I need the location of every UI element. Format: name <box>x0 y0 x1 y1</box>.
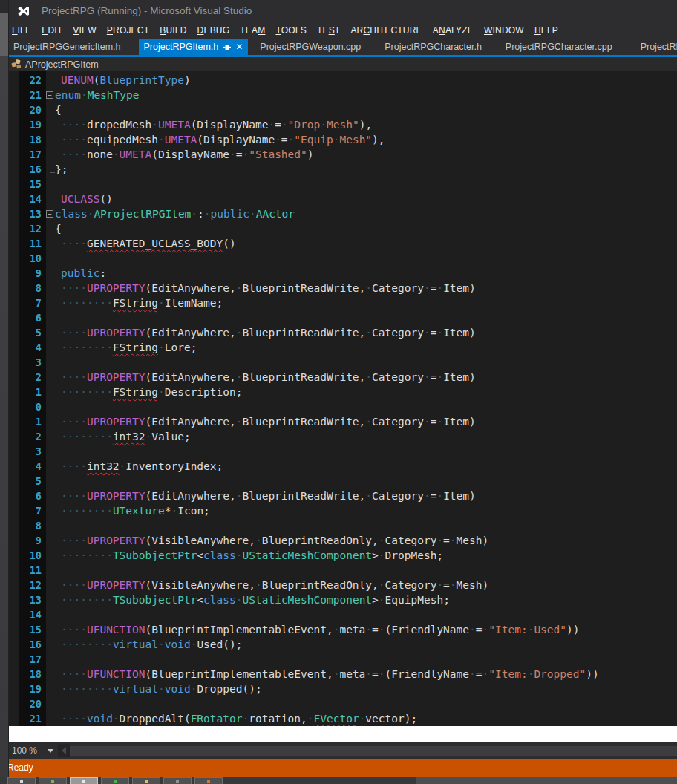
code-line[interactable]: 6····UPROPERTY(EditAnywhere,·BlueprintRe… <box>9 489 677 503</box>
menu-item-file[interactable]: FILE <box>7 25 36 36</box>
tab-projectrpggenericitem.h[interactable]: ProjectRPGGenericItem.h <box>9 39 136 55</box>
code-line[interactable]: 11 <box>9 563 677 578</box>
taskbar-button[interactable] <box>7 777 36 784</box>
code-line[interactable]: 19········virtual·void·Dropped(); <box>9 682 677 696</box>
breadcrumb-scope[interactable]: AProjectRPGItem <box>25 59 99 70</box>
menu-item-team[interactable]: TEAM <box>235 25 270 36</box>
fold-margin <box>46 73 61 88</box>
menu-item-build[interactable]: BUILD <box>154 25 192 36</box>
code-line[interactable]: 9public: <box>9 266 677 281</box>
code-line[interactable]: 9····UPROPERTY(VisibleAnywhere,·Blueprin… <box>9 533 677 548</box>
fold-collapse-box[interactable]: − <box>46 206 55 221</box>
horizontal-scroll-left-arrow[interactable] <box>58 744 70 757</box>
code-line[interactable]: 4········FString·Lore; <box>9 340 677 355</box>
code-line[interactable]: 5····UPROPERTY(EditAnywhere,·BlueprintRe… <box>9 325 677 340</box>
tab-projectrpgcharacter.h[interactable]: ProjectRPGCharacter.h <box>373 39 494 55</box>
code-line[interactable]: 11····GENERATED_UCLASS_BODY() <box>9 236 677 251</box>
code-line[interactable]: 7········FString·ItemName; <box>9 295 677 310</box>
taskbar-button[interactable] <box>132 777 160 784</box>
code-line[interactable]: 10········TSubobjectPtr<class·UStaticMes… <box>9 548 677 563</box>
code-line[interactable]: 2····UPROPERTY(EditAnywhere,·BlueprintRe… <box>9 370 677 385</box>
code-line[interactable]: 21····void·DroppedAlt(FRotator·rotation,… <box>9 711 677 726</box>
code-line[interactable]: 6 <box>9 310 677 325</box>
chevron-down-icon[interactable] <box>48 749 53 753</box>
line-number: 4 <box>19 459 46 474</box>
code-line[interactable]: 17 <box>9 652 677 667</box>
code-line[interactable]: 13−class·AProjectRPGItem·:·public·AActor <box>9 206 677 221</box>
code-line[interactable]: 14UCLASS() <box>9 192 677 206</box>
menu-item-edit[interactable]: EDIT <box>36 25 68 36</box>
menu-item-view[interactable]: VIEW <box>68 25 101 36</box>
fold-margin <box>46 518 61 533</box>
code-line[interactable]: 18····equipedMesh·UMETA(DisplayName·=·"E… <box>9 132 677 147</box>
code-line[interactable]: 5 <box>9 474 677 489</box>
windows-taskbar <box>0 777 677 784</box>
fold-margin <box>46 696 61 711</box>
code-editor[interactable]: 22UENUM(BlueprintType)21−enum·MeshType20… <box>9 71 677 726</box>
fold-margin <box>46 622 61 637</box>
code-line[interactable]: 1········FString·Description; <box>9 385 677 399</box>
code-line[interactable]: 16}; <box>9 162 677 177</box>
taskbar-button-icon <box>145 780 148 783</box>
code-line[interactable]: 22UENUM(BlueprintType) <box>9 73 677 88</box>
code-line[interactable]: 17····none·UMETA(DisplayName·=·"Stashed"… <box>9 147 677 162</box>
taskbar-button-icon <box>114 780 117 783</box>
code-line[interactable]: 7········UTexture*·Icon; <box>9 503 677 518</box>
pin-icon[interactable] <box>222 42 232 52</box>
menu-item-tools[interactable]: TOOLS <box>270 25 311 36</box>
code-line[interactable]: 19····dropedMesh·UMETA(DisplayName·=·"Dr… <box>9 117 677 132</box>
code-line[interactable]: 8 <box>9 518 677 533</box>
taskbar-button[interactable] <box>163 777 192 784</box>
code-line[interactable]: 1····UPROPERTY(EditAnywhere,·BlueprintRe… <box>9 414 677 429</box>
code-line[interactable]: 16········virtual·void·Used(); <box>9 637 677 652</box>
menu-item-analyze[interactable]: ANALYZE <box>428 25 479 36</box>
horizontal-scrollbar[interactable] <box>70 746 677 756</box>
code-line[interactable]: 13········TSubobjectPtr<class·UStaticMes… <box>9 592 677 607</box>
code-line[interactable]: 12····UPROPERTY(VisibleAnywhere,·Bluepri… <box>9 578 677 592</box>
code-text: ········virtual·void·Dropped(); <box>61 682 262 696</box>
code-line[interactable]: 4····int32·InventoryIndex; <box>9 459 677 474</box>
menu-item-test[interactable]: TEST <box>312 25 345 36</box>
code-line[interactable]: 12{ <box>9 221 677 236</box>
menu-item-project[interactable]: PROJECT <box>102 25 154 36</box>
zoom-level-dropdown[interactable]: 100 % <box>12 745 37 756</box>
tab-projectrpg[interactable]: ProjectRPG <box>629 39 677 55</box>
code-line[interactable]: 18····UFUNCTION(BlueprintImplementableEv… <box>9 667 677 682</box>
fold-margin <box>46 548 61 563</box>
code-line[interactable]: 3 <box>9 355 677 370</box>
taskbar-button[interactable] <box>101 777 129 784</box>
menu-item-window[interactable]: WINDOW <box>479 25 529 36</box>
tab-projectrpgcharacter.cpp[interactable]: ProjectRPGCharacter.cpp <box>494 39 624 55</box>
code-line[interactable]: 3 <box>9 444 677 459</box>
code-line[interactable]: 0 <box>9 399 677 414</box>
code-line[interactable]: 8····UPROPERTY(EditAnywhere,·BlueprintRe… <box>9 281 677 295</box>
fold-margin <box>46 162 55 177</box>
taskbar-button[interactable] <box>194 777 223 784</box>
fold-margin <box>46 192 61 206</box>
code-line[interactable]: 20 <box>9 696 677 711</box>
code-line[interactable]: 15····UFUNCTION(BlueprintImplementableEv… <box>9 622 677 637</box>
close-icon[interactable]: ✕ <box>235 42 243 52</box>
line-number: 6 <box>19 310 46 325</box>
code-line[interactable]: 10 <box>9 251 677 266</box>
line-number: 3 <box>19 444 46 459</box>
tab-projectrpgitem.h[interactable]: ProjectRPGItem.h✕ <box>139 39 249 55</box>
menu-item-debug[interactable]: DEBUG <box>192 25 235 36</box>
code-line[interactable]: 21−enum·MeshType <box>9 88 677 102</box>
fold-collapse-box[interactable]: − <box>46 88 55 102</box>
line-number: 18 <box>19 667 46 682</box>
taskbar-button[interactable] <box>70 777 98 784</box>
code-line[interactable]: 14 <box>9 607 677 622</box>
fold-margin <box>46 177 61 192</box>
tab-projectrpgweapon.cpp[interactable]: ProjectRPGWeapon.cpp <box>248 39 373 55</box>
taskbar-button[interactable] <box>39 777 67 784</box>
line-number: 15 <box>19 177 46 192</box>
menu-item-architecture[interactable]: ARCHITECTURE <box>345 25 427 36</box>
code-lines: 22UENUM(BlueprintType)21−enum·MeshType20… <box>9 73 677 726</box>
line-number: 21 <box>19 711 46 726</box>
code-line[interactable]: 15 <box>9 177 677 192</box>
code-text: ····equipedMesh·UMETA(DisplayName·=·"Equ… <box>61 132 385 147</box>
code-line[interactable]: 2········int32·Value; <box>9 429 677 444</box>
code-line[interactable]: 20{ <box>9 102 677 117</box>
menu-item-help[interactable]: HELP <box>529 25 563 36</box>
